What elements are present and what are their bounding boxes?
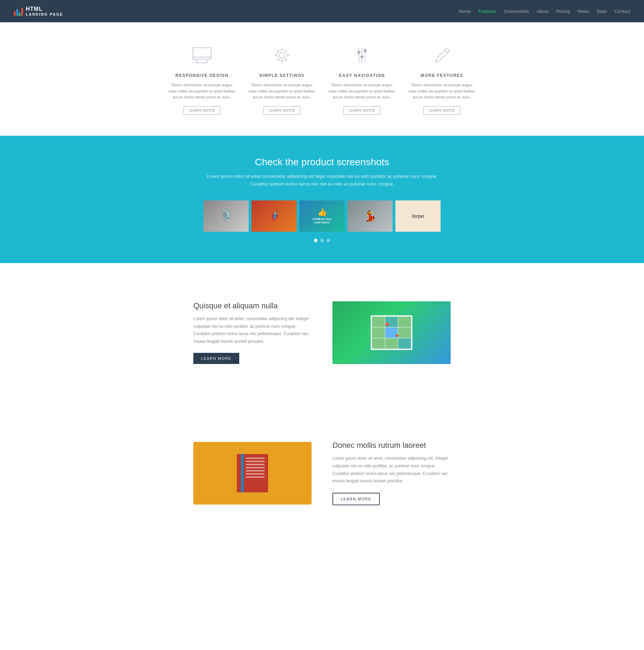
learn-more-navigation[interactable]: LEARN MORE: [344, 106, 380, 115]
svg-line-13: [444, 50, 448, 53]
screenshot-thumb-2[interactable]: 🦸‍♂️: [251, 200, 297, 232]
notebook-line-7: [246, 476, 265, 478]
feature-desc-more: Donec elementum accumsan augue vitae mat…: [407, 82, 477, 101]
screenshot-thumb-3[interactable]: 👍 COMECE 2013CURTINDO!: [299, 200, 345, 232]
feature-title-navigation: EASY NAVIGATION: [327, 73, 397, 78]
nav-pricing[interactable]: Pricing: [556, 9, 570, 14]
notebook-spine: [241, 454, 244, 492]
learn-more-settings[interactable]: LEARN MORE: [264, 106, 300, 115]
section-notebook-image: [193, 442, 312, 505]
svg-line-2: [207, 59, 208, 63]
brand-title: HTML: [26, 6, 63, 12]
sliders-icon: [350, 43, 374, 68]
section-notebook-btn[interactable]: LEARN MORE: [332, 493, 380, 505]
map-cell-6: [398, 327, 411, 338]
notebook-line-1: [246, 458, 265, 459]
notebook-line-5: [246, 470, 265, 471]
map-pin-red: 📍: [383, 322, 391, 330]
nav-stats[interactable]: Stats: [597, 9, 607, 14]
learn-more-responsive[interactable]: LEARN MORE: [184, 106, 220, 115]
screenshots-desc: Lorem ipsum dolor sit amet consectetur a…: [14, 173, 630, 188]
section-map-image: 📍 📍: [332, 301, 451, 364]
features-section: RESPONSIVE DESIGN Donec elementum accums…: [0, 22, 644, 136]
pencil-icon: [430, 43, 454, 68]
svg-point-5: [279, 52, 285, 58]
notebook-line-2: [246, 461, 265, 462]
map-fold: 📍 📍: [371, 315, 412, 350]
feature-title-settings: SIMPLE SETTINGS: [247, 73, 317, 78]
screenshots-section: Check the product screenshots Lorem ipsu…: [0, 136, 644, 263]
notebook-line-6: [246, 473, 265, 475]
svg-point-11: [361, 55, 364, 58]
notebook-illustration: [193, 442, 312, 505]
screenshot-thumb-5[interactable]: lorpo: [395, 200, 441, 232]
section-notebook-desc: Lorem ipsum dolor sit amet, consectetur …: [332, 455, 451, 485]
logo-icon: [14, 6, 23, 16]
feature-card-responsive: RESPONSIVE DESIGN Donec elementum accums…: [167, 43, 237, 115]
section-map-desc: Lorem ipsum dolor sit amet, consectetur …: [193, 315, 312, 345]
svg-point-12: [363, 49, 367, 53]
screenshot-thumb-4[interactable]: 💃: [347, 200, 393, 232]
feature-card-settings: SIMPLE SETTINGS Donec elementum accumsan…: [247, 43, 317, 115]
nav-news[interactable]: News: [578, 9, 589, 14]
features-grid: RESPONSIVE DESIGN Donec elementum accums…: [166, 43, 478, 115]
svg-line-1: [196, 59, 198, 63]
notebook-body: [237, 454, 268, 492]
feature-desc-settings: Donec elementum accumsan augue vitae mat…: [247, 82, 317, 101]
map-cell-7: [372, 338, 385, 349]
map-cell-3: [398, 317, 411, 327]
feature-title-more: MORE FEATURES: [407, 73, 477, 78]
feature-desc-responsive: Donec elementum accumsan augue vitae mat…: [167, 82, 237, 101]
nav-links: Home Features Screenshots About Pricing …: [459, 8, 630, 14]
screenshots-title: Check the product screenshots: [14, 157, 630, 168]
section-map-btn[interactable]: LEARN MORE: [193, 353, 239, 364]
nav-about[interactable]: About: [537, 9, 548, 14]
gallery-dot-1[interactable]: [314, 239, 317, 242]
section-map-title: Quisque et aliquam nulla: [193, 301, 312, 310]
brand-subtitle: LANDING PAGE: [26, 12, 63, 16]
map-pin-purple: 📍: [394, 334, 400, 340]
section-notebook-title: Donec mollis rutrum laoreet: [332, 441, 451, 450]
section-map: Quisque et aliquam nulla Lorem ipsum dol…: [166, 280, 478, 385]
gallery-dot-2[interactable]: [320, 239, 324, 242]
screenshots-gallery: 🎙️ 🦸‍♂️ 👍 COMECE 2013CURTINDO! 💃 lorpo: [14, 200, 630, 232]
feature-card-more: MORE FEATURES Donec elementum accumsan a…: [407, 43, 477, 115]
gear-icon: [270, 43, 294, 68]
learn-more-more[interactable]: LEARN MORE: [424, 106, 460, 115]
feature-desc-navigation: Donec elementum accumsan augue vitae mat…: [327, 82, 397, 101]
map-cell-9: [398, 338, 411, 349]
brand-text: HTML LANDING PAGE: [26, 6, 63, 16]
gallery-dots: [14, 239, 630, 242]
screenshot-thumb-1[interactable]: 🎙️: [203, 200, 249, 232]
feature-title-responsive: RESPONSIVE DESIGN: [167, 73, 237, 78]
svg-rect-0: [193, 48, 211, 59]
brand: HTML LANDING PAGE: [14, 6, 63, 16]
notebook-line-4: [246, 467, 265, 468]
section-notebook: Donec mollis rutrum laoreet Lorem ipsum …: [166, 420, 478, 526]
nav-features[interactable]: Features: [478, 9, 496, 14]
notebook-line-3: [246, 464, 265, 465]
map-illustration: 📍 📍: [332, 301, 451, 364]
section-notebook-text: Donec mollis rutrum laoreet Lorem ipsum …: [332, 441, 451, 505]
navbar: HTML LANDING PAGE Home Features Screensh…: [0, 0, 644, 22]
svg-point-10: [357, 51, 361, 54]
monitor-icon: [190, 43, 214, 68]
nav-home[interactable]: Home: [459, 9, 471, 14]
nav-screenshots[interactable]: Screenshots: [504, 9, 529, 14]
feature-card-navigation: EASY NAVIGATION Donec elementum accumsan…: [327, 43, 397, 115]
map-cell-8: [385, 338, 398, 349]
nav-contact[interactable]: Contact: [614, 9, 630, 14]
gallery-dot-3[interactable]: [327, 239, 330, 242]
section-map-text: Quisque et aliquam nulla Lorem ipsum dol…: [193, 301, 312, 364]
